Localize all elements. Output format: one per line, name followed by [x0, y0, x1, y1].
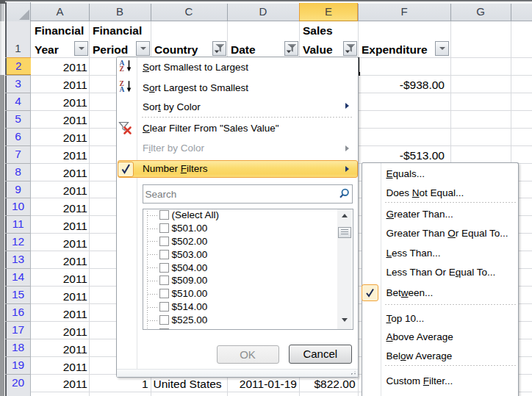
svg-text:Z: Z: [119, 65, 123, 72]
svg-text:A: A: [119, 85, 124, 92]
